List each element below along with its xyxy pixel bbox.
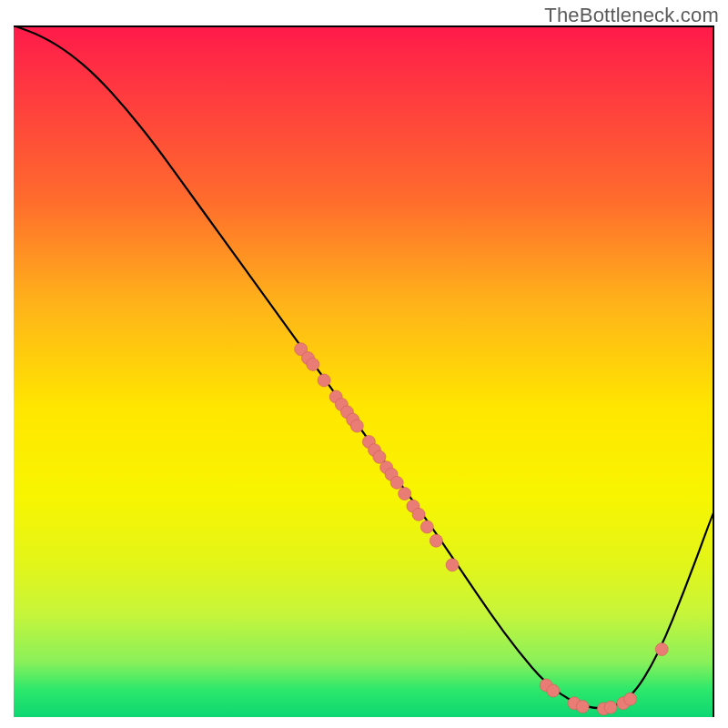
plot-area [14, 25, 714, 717]
bottleneck-curve [14, 25, 714, 708]
chart-stage: TheBottleneck.com [0, 0, 728, 728]
attribution-text: TheBottleneck.com [544, 4, 719, 27]
data-dot [604, 701, 617, 713]
data-dot [318, 374, 330, 387]
data-dot [307, 358, 319, 370]
data-dot [350, 420, 363, 432]
data-dot [655, 643, 668, 656]
data-dot [624, 693, 637, 705]
data-dot [420, 521, 433, 533]
data-dot [412, 508, 425, 521]
data-dot [430, 534, 442, 547]
data-dot [576, 701, 589, 713]
data-dot [446, 559, 459, 571]
data-dot [390, 476, 403, 489]
data-dot [547, 684, 560, 697]
data-dot [399, 488, 411, 500]
chart-svg [14, 25, 714, 717]
data-dots [295, 343, 669, 715]
